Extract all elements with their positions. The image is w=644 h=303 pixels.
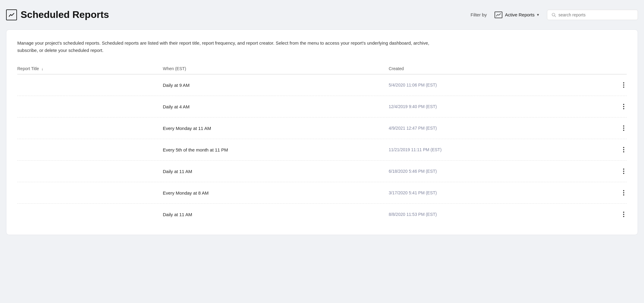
active-reports-label: Active Reports: [505, 12, 535, 17]
sort-down-icon[interactable]: ↓: [42, 66, 44, 71]
active-reports-chart-icon: [495, 12, 502, 18]
cell-when-3: Every 5th of the month at 11 PM: [163, 147, 389, 152]
col-created: Created: [389, 66, 615, 71]
filter-by-label: Filter by: [471, 12, 487, 17]
row-menu-button-5[interactable]: [621, 189, 627, 197]
chart-icon: [6, 9, 17, 20]
cell-actions-2: [615, 124, 627, 132]
description-text: Manage your project's scheduled reports.…: [17, 39, 442, 54]
row-menu-button-6[interactable]: [621, 210, 627, 218]
table-row: Daily at 11 AM 6/18/2020 5:46 PM (EST): [17, 161, 627, 182]
row-menu-button-1[interactable]: [621, 103, 627, 111]
report-title-label: Report Title: [17, 66, 39, 71]
cell-created-4: 6/18/2020 5:46 PM (EST): [389, 169, 615, 174]
cell-when-4: Daily at 11 AM: [163, 169, 389, 174]
search-icon: [552, 12, 556, 17]
header-left: Scheduled Reports: [6, 9, 109, 20]
cell-created-0: 5/4/2020 11:06 PM (EST): [389, 83, 615, 87]
table-row: Daily at 4 AM 12/4/2019 9:40 PM (EST): [17, 96, 627, 117]
table-row: Every Monday at 11 AM 4/9/2021 12:47 PM …: [17, 117, 627, 139]
svg-line-1: [555, 15, 556, 17]
cell-when-0: Daily at 9 AM: [163, 83, 389, 88]
cell-when-5: Every Monday at 8 AM: [163, 190, 389, 196]
table-row: Every 5th of the month at 11 PM 11/21/20…: [17, 139, 627, 161]
table-row: Daily at 11 AM 8/8/2020 11:53 PM (EST): [17, 204, 627, 225]
cell-created-2: 4/9/2021 12:47 PM (EST): [389, 126, 615, 131]
cell-when-2: Every Monday at 11 AM: [163, 126, 389, 131]
table-row: Daily at 9 AM 5/4/2020 11:06 PM (EST): [17, 74, 627, 96]
page-container: Scheduled Reports Filter by Active Repor…: [6, 6, 638, 235]
main-card: Manage your project's scheduled reports.…: [6, 29, 638, 235]
row-menu-button-2[interactable]: [621, 124, 627, 132]
search-input[interactable]: [558, 12, 633, 17]
cell-actions-1: [615, 103, 627, 111]
cell-created-1: 12/4/2019 9:40 PM (EST): [389, 104, 615, 109]
col-when: When (EST): [163, 66, 389, 71]
cell-actions-4: [615, 167, 627, 175]
cell-created-6: 8/8/2020 11:53 PM (EST): [389, 212, 615, 217]
row-menu-button-4[interactable]: [621, 167, 627, 175]
search-container[interactable]: [547, 10, 638, 20]
table-body: Daily at 9 AM 5/4/2020 11:06 PM (EST) Da…: [17, 74, 627, 225]
col-report-title: Report Title ↓: [17, 66, 163, 71]
cell-actions-3: [615, 146, 627, 154]
table-row: Every Monday at 8 AM 3/17/2020 5:41 PM (…: [17, 182, 627, 204]
filter-dropdown[interactable]: Active Reports ▾: [491, 10, 542, 20]
header: Scheduled Reports Filter by Active Repor…: [6, 6, 638, 23]
table-header: Report Title ↓ When (EST) Created: [17, 63, 627, 74]
cell-actions-0: [615, 81, 627, 89]
page-title: Scheduled Reports: [21, 9, 109, 20]
cell-when-1: Daily at 4 AM: [163, 104, 389, 109]
cell-created-3: 11/21/2019 11:11 PM (EST): [389, 147, 615, 152]
header-right: Filter by Active Reports ▾: [471, 10, 638, 20]
cell-actions-5: [615, 189, 627, 197]
cell-when-6: Daily at 11 AM: [163, 212, 389, 217]
row-menu-button-0[interactable]: [621, 81, 627, 89]
cell-actions-6: [615, 210, 627, 218]
chevron-down-icon: ▾: [537, 12, 539, 17]
cell-created-5: 3/17/2020 5:41 PM (EST): [389, 190, 615, 195]
row-menu-button-3[interactable]: [621, 146, 627, 154]
